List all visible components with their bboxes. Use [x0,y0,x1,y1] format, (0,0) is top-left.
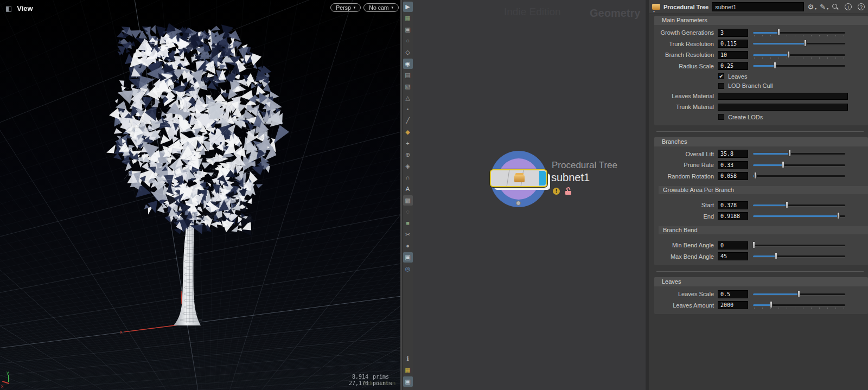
slider-prune-rate[interactable] [753,161,845,170]
slider-trunk-resolution[interactable] [753,39,845,48]
checkbox-lod-branch-cull[interactable] [718,83,724,89]
value-field-leaves-scale[interactable]: 0.5 [718,290,748,298]
sim-objects-icon[interactable]: ▦ [403,13,413,23]
value-field-overall-lift[interactable]: 35.8 [718,150,748,158]
param-subheader-growable-area-per-branch[interactable]: Growable Area Per Branch [659,186,868,194]
viewport-snapshot-icon[interactable]: ▣ [403,376,413,387]
value-field-growth-generations[interactable]: 3 [718,29,748,37]
param-row-create-lods: Create LODs [654,112,868,122]
slider-growth-generations[interactable] [753,28,845,37]
slider-handle[interactable] [777,29,780,36]
search-icon[interactable] [832,3,839,10]
slider-handle[interactable] [754,172,757,179]
curve-tool-icon[interactable]: ╱ [403,116,413,126]
lock-camera-icon[interactable]: ▣ [403,24,413,35]
value-field-min-bend-angle[interactable]: 0 [718,241,748,250]
group-divider [654,125,868,137]
slider-handle[interactable] [774,62,776,69]
checkbox-create-lods[interactable] [718,114,724,120]
image-planes-icon[interactable]: ▧ [403,81,413,92]
node-output-connector[interactable] [516,201,521,206]
slider-handle[interactable] [797,290,800,297]
slider-handle[interactable] [770,301,773,308]
slider-handle[interactable] [775,252,777,259]
group-header-main-parameters[interactable]: Main Parameters [654,16,868,25]
slider-handle[interactable] [786,201,788,208]
pivot-tool-icon[interactable]: ⊕ [403,150,413,160]
param-subheader-branch-bend[interactable]: Branch Bend [659,226,868,234]
value-field-start[interactable]: 0.378 [718,201,748,209]
slider-max-bend-angle[interactable] [753,252,845,261]
value-field-trunk-resolution[interactable]: 0.115 [718,40,748,48]
add-geo-icon[interactable]: + [403,138,413,149]
group-header-branches[interactable]: Branches [654,137,868,146]
param-row-leaves: ✔Leaves [654,72,868,81]
value-field-max-bend-angle[interactable]: 45 [718,252,748,260]
orient-tool-icon[interactable]: ◈ [403,161,413,171]
pane-divider[interactable] [646,0,649,390]
slider-leaves-amount[interactable] [753,301,845,310]
value-field-radius-scale[interactable]: 0.25 [718,62,748,70]
value-field-prune-rate[interactable]: 0.33 [718,161,748,169]
magnet-snap-icon[interactable]: ∩ [403,172,413,183]
paint-tool-icon[interactable]: ◆ [403,127,413,137]
linked-panel-icon[interactable]: ▣ [403,252,413,263]
slider-handle[interactable] [837,212,840,219]
value-field-leaves-amount[interactable]: 2000 [718,301,748,309]
point-marker-icon[interactable]: • [403,104,413,114]
slider-min-bend-angle[interactable] [753,241,845,250]
lighting-icon[interactable]: ◉ [403,59,413,69]
slider-handle[interactable] [787,51,790,58]
character-pick-icon[interactable]: △ [403,93,413,103]
material-icon[interactable]: ◎ [403,264,413,274]
snapping-icon[interactable]: ◇ [403,47,413,57]
checkbox-leaves[interactable]: ✔ [718,73,724,79]
value-field-end[interactable]: 0.9188 [718,212,748,220]
text-field-leaves-material[interactable] [718,93,848,100]
visibility-icon[interactable]: ◌ [403,207,413,217]
network-editor[interactable]: Indie Edition Geometry Procedural Tree s… [413,0,646,390]
param-row-max-bend-angle: Max Bend Angle45 [654,251,868,263]
value-field-branch-resolution[interactable]: 10 [718,51,748,59]
view-menu-icon: ◧ [5,4,12,12]
info-icon[interactable]: i [845,3,852,10]
unlocked-badge[interactable] [565,187,572,195]
slider-start[interactable] [753,201,845,210]
slider-overall-lift[interactable] [753,149,845,158]
help-icon[interactable]: ? [858,3,865,10]
node-display-flag[interactable] [539,171,546,186]
slider-end[interactable] [753,212,845,221]
uv-view-icon[interactable]: ▩ [403,195,413,206]
flipbook-icon[interactable]: ● [403,241,413,251]
perspective-selector[interactable]: Persp ▾ [330,3,361,12]
slider-handle[interactable] [752,241,755,248]
value-field-random-rotation[interactable]: 0.058 [718,172,748,180]
handles-icon[interactable]: ▤ [403,70,413,80]
node-name-input[interactable] [712,2,804,11]
view-menu[interactable]: ◧ View [5,4,33,12]
gear-icon[interactable]: ⚙▾ [807,3,814,11]
slider-track [753,215,845,217]
brush-icon[interactable]: ✎▾ [820,3,826,11]
grid-table-icon[interactable]: ▦ [403,365,413,375]
scene-viewport[interactable]: ◧ View Persp ▾ No cam ▾ Indie Edition 8,… [0,0,402,390]
secure-selection-icon[interactable]: ○ [403,36,413,46]
node-subnet1[interactable] [490,169,547,187]
slider-handle[interactable] [788,150,791,157]
slider-handle[interactable] [782,161,784,168]
slider-leaves-scale[interactable] [753,290,845,299]
text-tool-icon[interactable]: A [403,184,413,194]
text-field-trunk-material[interactable] [718,104,848,111]
slider-branch-resolution[interactable] [753,50,845,60]
cut-tool-icon[interactable]: ✂ [403,229,413,240]
warning-badge[interactable]: ! [553,188,560,195]
slider-radius-scale[interactable] [753,61,845,71]
slider-handle[interactable] [804,40,807,47]
group-header-leaves[interactable]: Leaves [654,277,868,286]
group-box-icon[interactable]: ■ [403,218,413,228]
viewport-canvas[interactable] [0,0,402,390]
select-tool-icon[interactable]: ▶ [403,2,413,12]
info-icon[interactable]: ℹ [403,354,413,364]
slider-random-rotation[interactable] [753,171,845,181]
camera-selector[interactable]: No cam ▾ [363,3,399,12]
